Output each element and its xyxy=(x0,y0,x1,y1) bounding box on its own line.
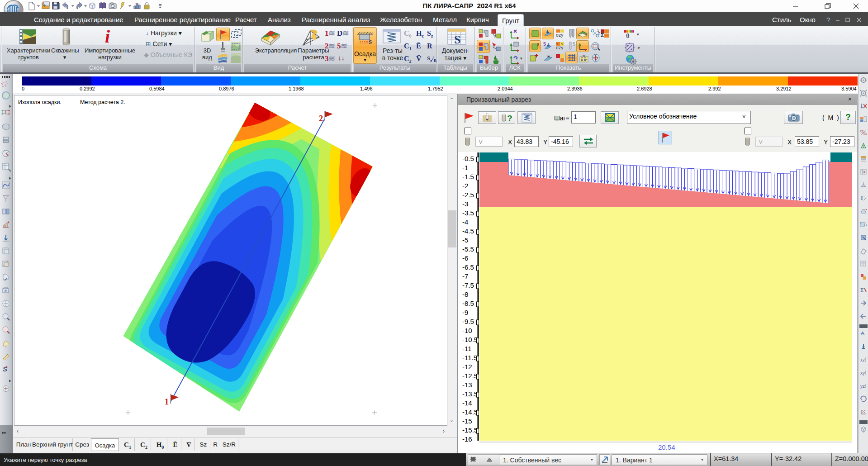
svg-text:-1: -1 xyxy=(462,164,468,171)
svg-text:-3.5: -3.5 xyxy=(462,209,474,217)
svg-text:S: S xyxy=(369,38,372,45)
svg-text:-11.5: -11.5 xyxy=(462,354,477,361)
svg-text:-6.5: -6.5 xyxy=(462,263,474,271)
svg-text:-15: -15 xyxy=(462,417,472,425)
svg-text:-10.5: -10.5 xyxy=(462,336,478,343)
svg-text:3: 3 xyxy=(537,43,539,47)
svg-text:-13: -13 xyxy=(462,381,472,389)
svg-text:5: 5 xyxy=(573,42,575,47)
svg-text:σzy: σzy xyxy=(556,33,563,38)
svg-text:-1.5: -1.5 xyxy=(462,173,474,181)
svg-text:-8.5: -8.5 xyxy=(462,300,474,307)
svg-text:▾: ▾ xyxy=(638,46,640,50)
svg-text:-14.5: -14.5 xyxy=(462,408,478,416)
svg-text:5: 5 xyxy=(543,41,546,47)
svg-text:-11: -11 xyxy=(462,345,472,352)
svg-text:20.54: 20.54 xyxy=(658,443,675,451)
svg-text:1: 1 xyxy=(165,397,169,406)
svg-text:2: 2 xyxy=(319,114,323,123)
svg-text:yz: yz xyxy=(860,384,865,389)
svg-text:σzy: σzy xyxy=(556,45,563,50)
svg-text:-6: -6 xyxy=(462,254,468,262)
svg-text:xy: xy xyxy=(860,371,865,376)
svg-text:-3: -3 xyxy=(462,200,468,208)
svg-text:▾: ▾ xyxy=(637,32,639,37)
svg-text:-13.5: -13.5 xyxy=(462,390,478,398)
svg-text:-14: -14 xyxy=(462,399,472,407)
svg-text:S: S xyxy=(454,33,460,46)
svg-text:-7.5: -7.5 xyxy=(462,281,474,289)
svg-text:-5.5: -5.5 xyxy=(462,245,474,253)
svg-text:-10: -10 xyxy=(462,327,472,334)
svg-text:w: w xyxy=(582,53,585,57)
svg-text:-12.5: -12.5 xyxy=(462,372,478,380)
svg-text:-2.5: -2.5 xyxy=(462,191,474,199)
svg-text:-15.5: -15.5 xyxy=(462,426,478,434)
svg-text:-4.5: -4.5 xyxy=(462,227,474,235)
svg-text:-2: -2 xyxy=(462,182,468,190)
svg-text:0: 0 xyxy=(626,32,630,38)
svg-text:-8: -8 xyxy=(462,290,468,298)
svg-text:Σ: Σ xyxy=(860,287,864,294)
svg-text:xz: xz xyxy=(860,357,865,362)
svg-text:▾: ▾ xyxy=(520,56,522,61)
svg-text:Σ: Σ xyxy=(601,32,604,38)
svg-text:-4: -4 xyxy=(462,218,468,226)
svg-text:-9: -9 xyxy=(462,309,468,316)
svg-text:?: ? xyxy=(507,114,512,123)
svg-text:-0.5: -0.5 xyxy=(462,155,474,162)
svg-text:-12: -12 xyxy=(462,363,472,371)
svg-text:I: I xyxy=(861,195,863,201)
svg-text:-7: -7 xyxy=(462,272,468,280)
svg-text:-9.5: -9.5 xyxy=(462,318,474,325)
svg-text:-5: -5 xyxy=(462,236,468,244)
svg-text:-16: -16 xyxy=(462,435,472,443)
